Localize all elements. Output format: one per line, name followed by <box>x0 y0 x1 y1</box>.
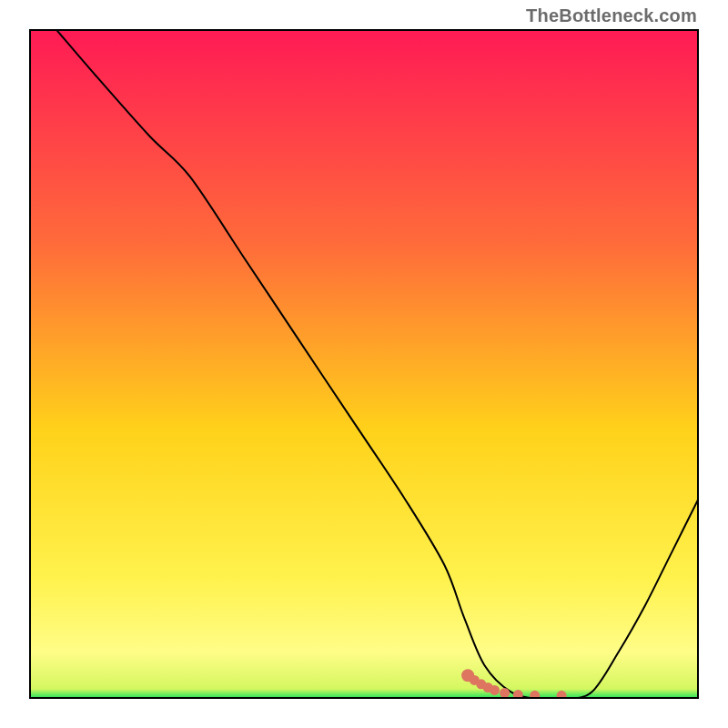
marker-dot <box>557 691 567 699</box>
marker-dot <box>500 688 510 698</box>
chart-container: TheBottleneck.com <box>0 0 728 728</box>
marker-group <box>461 669 566 699</box>
marker-dot <box>490 685 500 695</box>
plot-overlay <box>29 29 699 699</box>
curve-line <box>56 29 699 699</box>
watermark-text: TheBottleneck.com <box>526 5 697 26</box>
plot-area <box>29 29 699 699</box>
marker-dot <box>530 691 540 699</box>
marker-dot <box>513 690 523 699</box>
